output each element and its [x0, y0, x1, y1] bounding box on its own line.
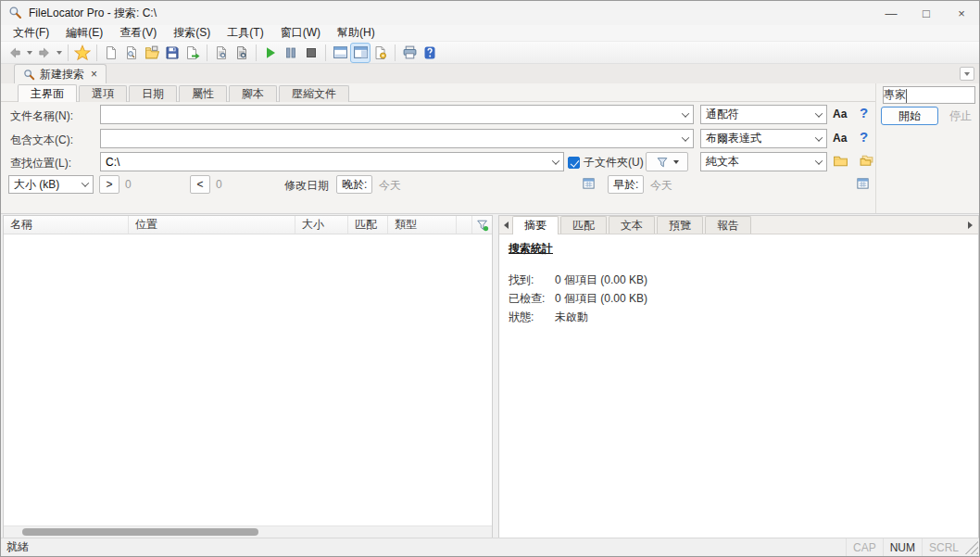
open-saved-icon[interactable] — [142, 43, 162, 63]
location-filter-button[interactable] — [646, 152, 688, 171]
size-greater-button[interactable]: > — [99, 175, 119, 194]
filename-help-icon[interactable]: ? — [860, 105, 868, 120]
filename-dropdown-icon[interactable] — [677, 106, 693, 123]
start-button[interactable]: 開始 — [881, 107, 938, 125]
filename-field[interactable] — [101, 107, 677, 122]
menu-view[interactable]: 查看(V) — [111, 24, 165, 42]
scrollbar-thumb[interactable] — [22, 528, 258, 536]
size-less-value[interactable]: 0 — [216, 178, 222, 191]
column-name[interactable]: 名稱 — [4, 216, 129, 234]
tab-attributes[interactable]: 屬性 — [179, 85, 227, 102]
filename-case-button[interactable]: Aa — [833, 108, 847, 120]
size-greater-value[interactable]: 0 — [125, 178, 132, 191]
start-search-icon[interactable] — [260, 43, 281, 63]
column-matches[interactable]: 匹配 — [348, 216, 388, 234]
results-header: 名稱 位置 大小 匹配 類型 — [4, 216, 492, 234]
text-case-button[interactable]: Aa — [833, 132, 847, 145]
open-criteria-icon[interactable] — [121, 43, 142, 63]
after-calendar-icon[interactable] — [582, 176, 596, 193]
tab-close-icon[interactable]: × — [91, 68, 97, 81]
saved-results-icon[interactable] — [232, 43, 252, 63]
tab-main[interactable]: 主界面 — [18, 84, 77, 102]
pause-search-icon[interactable] — [281, 43, 301, 63]
column-size[interactable]: 大小 — [295, 216, 348, 234]
close-button[interactable]: × — [944, 1, 979, 25]
subfolders-checkbox-row[interactable]: 子文件夾(U) — [568, 155, 644, 171]
multiple-folders-icon[interactable] — [859, 153, 874, 171]
export-icon[interactable] — [182, 43, 203, 63]
stats-title: 搜索統計 — [509, 241, 969, 257]
tab-scripts[interactable]: 腳本 — [229, 85, 277, 102]
browse-folder-icon[interactable] — [833, 153, 848, 171]
expert-mode-select[interactable]: 專家 — [883, 86, 975, 104]
filename-input[interactable] — [100, 105, 694, 124]
look-in-dropdown-icon[interactable] — [547, 153, 563, 171]
tab-preview[interactable]: 預覽 — [657, 216, 703, 234]
new-search-icon[interactable] — [101, 43, 121, 63]
size-less-button[interactable]: < — [190, 175, 210, 194]
tab-summary[interactable]: 摘要 — [512, 216, 559, 234]
after-date-button[interactable]: 晚於: — [336, 175, 372, 194]
minimize-button[interactable]: — — [873, 1, 909, 25]
forward-icon[interactable] — [34, 43, 55, 63]
text-help-icon[interactable]: ? — [860, 129, 868, 145]
tab-report[interactable]: 報告 — [705, 216, 751, 234]
look-in-field[interactable] — [101, 154, 547, 170]
back-dropdown-icon[interactable] — [25, 43, 34, 63]
before-date-button[interactable]: 早於: — [608, 175, 644, 194]
stop-search-icon[interactable] — [301, 43, 321, 63]
column-location[interactable]: 位置 — [129, 216, 295, 234]
resize-grip[interactable] — [965, 541, 978, 554]
tab-list-dropdown-icon[interactable] — [960, 67, 974, 81]
favorites-star-icon[interactable] — [72, 43, 93, 63]
tab-text[interactable]: 文本 — [609, 216, 655, 234]
tabs-scroll-left-icon[interactable] — [499, 216, 512, 234]
layout-vertical-icon[interactable] — [350, 43, 371, 63]
stop-button[interactable]: 停止 — [942, 107, 979, 125]
back-icon[interactable] — [5, 43, 25, 63]
menu-file[interactable]: 文件(F) — [5, 24, 57, 42]
menu-window[interactable]: 窗口(W) — [272, 24, 329, 42]
menu-search[interactable]: 搜索(S) — [165, 24, 219, 42]
toolbar-separator — [68, 44, 69, 61]
before-calendar-icon[interactable] — [856, 176, 870, 193]
results-filter-funnel-icon[interactable] — [471, 216, 492, 234]
size-unit-select[interactable]: 大小 (kB) — [8, 175, 94, 194]
tabs-scroll-right-icon[interactable] — [963, 216, 976, 234]
after-date-value[interactable]: 今天 — [379, 178, 401, 194]
look-in-input[interactable] — [100, 152, 564, 171]
form-divider — [875, 83, 876, 213]
report-options-icon[interactable] — [371, 43, 391, 63]
modified-date-label: 修改日期 — [284, 178, 329, 194]
before-date-value[interactable]: 今天 — [650, 178, 672, 194]
column-type[interactable]: 類型 — [388, 216, 457, 234]
forward-dropdown-icon[interactable] — [55, 43, 64, 63]
tab-dates[interactable]: 日期 — [129, 85, 177, 102]
results-list-body[interactable] — [4, 234, 492, 525]
window-controls: — □ × — [873, 1, 979, 25]
print-icon[interactable] — [399, 43, 420, 63]
subfolders-checkbox[interactable] — [568, 157, 580, 169]
app-magnifier-icon — [8, 6, 23, 20]
help-icon[interactable] — [420, 43, 440, 63]
containing-text-field[interactable] — [101, 131, 677, 146]
save-icon[interactable] — [162, 43, 182, 63]
text-mode-select[interactable]: 布爾表達式 — [700, 129, 827, 148]
filename-mode-select[interactable]: 通配符 — [700, 105, 827, 124]
tab-matches[interactable]: 匹配 — [560, 216, 607, 234]
tab-archives[interactable]: 壓縮文件 — [279, 85, 349, 102]
menu-help[interactable]: 幫助(H) — [329, 24, 383, 42]
layout-horizontal-icon[interactable] — [330, 43, 350, 63]
containing-text-dropdown-icon[interactable] — [677, 130, 693, 147]
saved-criteria-icon[interactable] — [211, 43, 232, 63]
horizontal-scrollbar[interactable] — [4, 525, 492, 538]
location-mode-select[interactable]: 純文本 — [700, 152, 827, 171]
menu-tools[interactable]: 工具(T) — [219, 24, 271, 42]
maximize-button[interactable]: □ — [909, 1, 944, 25]
stat-checked-label: 已檢查: — [509, 292, 555, 305]
search-document-tab[interactable]: 新建搜索 × — [14, 64, 107, 83]
containing-text-input[interactable] — [100, 129, 694, 148]
tab-options[interactable]: 選項 — [79, 85, 127, 102]
menu-edit[interactable]: 編輯(E) — [57, 24, 111, 42]
stat-found-label: 找到: — [509, 273, 555, 286]
